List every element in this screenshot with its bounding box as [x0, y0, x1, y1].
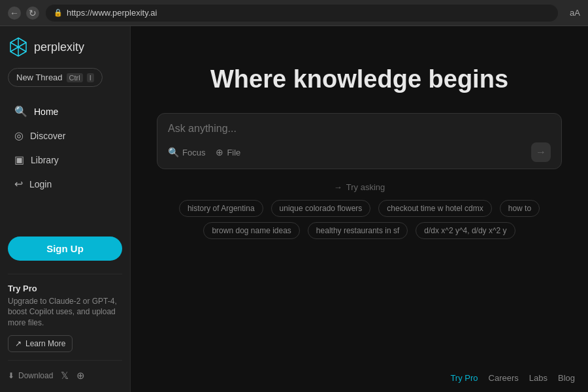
library-icon: ▣ — [14, 154, 24, 166]
sidebar-logo: perplexity — [8, 37, 122, 57]
suggestion-chip[interactable]: brown dog name ideas — [203, 222, 299, 239]
twitter-icon[interactable]: 𝕏 — [61, 370, 69, 382]
focus-icon: 🔍 — [168, 147, 179, 157]
sidebar-footer: ⬇ Download 𝕏 ⊕ — [8, 360, 122, 382]
suggestion-chip[interactable]: history of Argentina — [179, 200, 263, 217]
sidebar-item-library[interactable]: ▣ Library — [8, 148, 122, 171]
try-asking-label: → Try asking — [157, 182, 562, 192]
app-container: perplexity New Thread Ctrl I 🔍 Home ◎ Di… — [0, 26, 588, 392]
logo-text: perplexity — [34, 41, 84, 54]
download-icon: ⬇ — [8, 371, 14, 380]
new-thread-button[interactable]: New Thread Ctrl I — [8, 68, 103, 87]
suggestions-row-1: history of Argentina unique colorado flo… — [157, 200, 562, 217]
learn-more-label: Learn More — [25, 339, 65, 348]
url-text: https://www.perplexity.ai — [67, 8, 157, 18]
suggestion-chip[interactable]: checkout time w hotel cdmx — [378, 200, 491, 217]
nav-discover-label: Discover — [30, 131, 65, 141]
try-asking-text: Try asking — [346, 182, 385, 192]
main-footer: Try Pro Careers Labs Blog — [450, 373, 575, 383]
discover-icon: ◎ — [14, 129, 24, 142]
try-asking-arrow-icon: → — [334, 182, 342, 192]
suggestion-chip[interactable]: how to — [500, 200, 540, 217]
sidebar-item-home[interactable]: 🔍 Home — [8, 100, 122, 123]
suggestion-chip[interactable]: healthy restaurants in sf — [308, 222, 408, 239]
home-icon: 🔍 — [14, 105, 27, 118]
footer-try-pro-link[interactable]: Try Pro — [450, 373, 478, 383]
login-icon: ↩ — [14, 178, 23, 190]
sidebar: perplexity New Thread Ctrl I 🔍 Home ◎ Di… — [0, 26, 131, 392]
search-actions: 🔍 Focus ⊕ File → — [168, 142, 551, 162]
try-asking-section: → Try asking history of Argentina unique… — [157, 182, 562, 244]
try-pro-section: Try Pro Upgrade to Claude-2 or GPT-4, bo… — [8, 274, 122, 352]
focus-label: Focus — [182, 148, 205, 157]
address-bar[interactable]: 🔒 https://www.perplexity.ai — [46, 5, 558, 22]
sidebar-nav: 🔍 Home ◎ Discover ▣ Library ↩ Login — [8, 100, 122, 231]
main-content: Where knowledge begins 🔍 Focus ⊕ File → … — [131, 26, 588, 392]
search-input[interactable] — [168, 123, 551, 135]
back-button[interactable]: ← — [8, 7, 21, 20]
search-box: 🔍 Focus ⊕ File → — [157, 113, 562, 169]
new-thread-label: New Thread — [16, 73, 63, 82]
browser-chrome: ← ↻ 🔒 https://www.perplexity.ai аА — [0, 0, 588, 26]
try-pro-description: Upgrade to Claude-2 or GPT-4, boost Copi… — [8, 296, 122, 329]
file-label: File — [227, 148, 240, 157]
file-icon: ⊕ — [216, 147, 223, 157]
download-item[interactable]: ⬇ Download — [8, 371, 53, 380]
focus-button[interactable]: 🔍 Focus — [168, 147, 205, 157]
discord-icon[interactable]: ⊕ — [76, 370, 85, 382]
submit-button[interactable]: → — [531, 142, 551, 162]
nav-library-label: Library — [31, 155, 59, 165]
suggestion-chip[interactable]: unique colorado flowers — [271, 200, 371, 217]
download-label: Download — [18, 371, 53, 380]
sidebar-item-discover[interactable]: ◎ Discover — [8, 124, 122, 147]
learn-more-button[interactable]: ↗ Learn More — [8, 335, 73, 352]
browser-controls: ← ↻ — [8, 7, 39, 20]
kbd-i: I — [87, 73, 94, 82]
suggestion-chip[interactable]: d/dx x^2 y^4, d/dy x^2 y — [416, 222, 515, 239]
browser-aa-button[interactable]: аА — [570, 8, 580, 18]
reload-button[interactable]: ↻ — [26, 7, 39, 20]
footer-labs-link[interactable]: Labs — [529, 373, 547, 383]
main-title: Where knowledge begins — [210, 65, 508, 93]
try-pro-title: Try Pro — [8, 284, 122, 293]
nav-home-label: Home — [34, 106, 58, 117]
sidebar-item-login[interactable]: ↩ Login — [8, 172, 122, 195]
suggestions-row-2: brown dog name ideas healthy restaurants… — [157, 222, 562, 239]
signup-button[interactable]: Sign Up — [8, 237, 122, 261]
lock-icon: 🔒 — [54, 8, 63, 17]
file-button[interactable]: ⊕ File — [216, 147, 240, 157]
learn-more-arrow-icon: ↗ — [15, 339, 22, 348]
nav-login-label: Login — [29, 179, 52, 189]
footer-careers-link[interactable]: Careers — [489, 373, 519, 383]
kbd-ctrl: Ctrl — [67, 73, 83, 82]
footer-blog-link[interactable]: Blog — [558, 373, 575, 383]
perplexity-logo-icon — [8, 37, 29, 57]
